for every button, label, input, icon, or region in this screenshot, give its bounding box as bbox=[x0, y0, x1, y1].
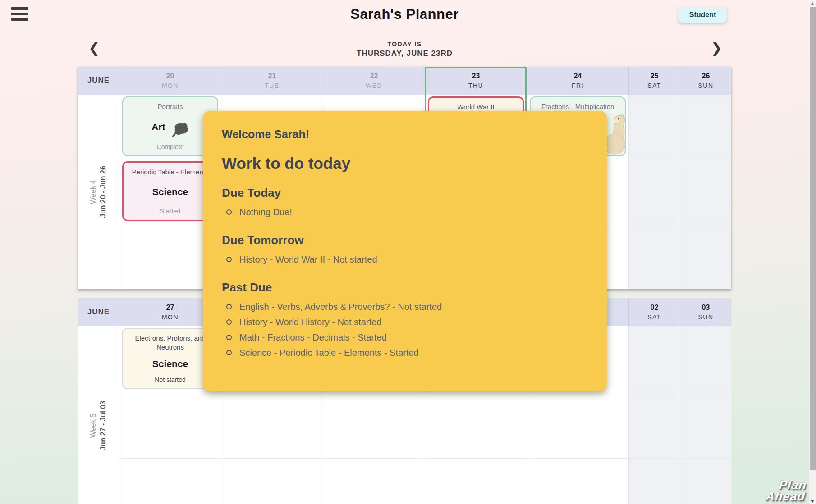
assignment-subject: Science bbox=[152, 359, 188, 369]
modal-section-title: Past Due bbox=[222, 281, 588, 295]
modal-heading: Work to do today bbox=[222, 154, 588, 173]
day-abbreviation: FRI bbox=[572, 82, 584, 89]
plan-ahead-logo: Plan Ahead bbox=[766, 480, 807, 502]
day-number: 27 bbox=[166, 304, 174, 312]
assignment-status: Started bbox=[160, 208, 180, 215]
modal-list-item: History - World War II - Not started bbox=[222, 252, 588, 267]
calendar-cell bbox=[527, 392, 628, 459]
week-label-column: Week 4Jun 20 - Jun 26 bbox=[78, 95, 119, 289]
day-abbreviation: SUN bbox=[698, 82, 713, 89]
today-banner: TODAY IS THURSDAY, JUNE 23RD bbox=[0, 41, 809, 58]
modal-list-item-text: English - Verbs, Adverbs & Proverbs? - N… bbox=[239, 299, 442, 314]
calendar-cell bbox=[221, 392, 323, 459]
calendar-cell bbox=[221, 459, 323, 504]
scrollbar-thumb[interactable] bbox=[810, 7, 816, 470]
calendar-cell bbox=[425, 459, 527, 504]
assignment-status: Complete bbox=[157, 143, 184, 150]
assignment-title: Electrons, Protons, and Neutrons bbox=[125, 334, 215, 351]
day-abbreviation: SAT bbox=[647, 313, 661, 321]
modal-list-item: Science - Periodic Table - Elements - St… bbox=[222, 345, 588, 360]
logo-line2: Ahead bbox=[766, 491, 806, 502]
week-range-label: Week 5Jun 27 - Jul 03 bbox=[88, 400, 108, 450]
calendar-cell bbox=[680, 95, 731, 159]
calendar-cell bbox=[323, 459, 425, 504]
day-abbreviation: SAT bbox=[647, 82, 661, 89]
modal-list-item: Nothing Due! bbox=[222, 204, 588, 220]
week-number-label: Week 5 bbox=[88, 400, 98, 450]
calendar-header-row: JUNE20MON21TUE22WED23THU24FRI25SAT26SUN bbox=[78, 67, 731, 95]
calendar-cell bbox=[629, 392, 680, 459]
modal-section-title: Due Today bbox=[222, 186, 588, 200]
day-number: 20 bbox=[166, 72, 174, 80]
week-label-column: Week 5Jun 27 - Jul 03 bbox=[78, 326, 119, 504]
calendar-cell bbox=[323, 392, 425, 459]
day-number: 25 bbox=[651, 72, 659, 80]
modal-welcome-title: Welcome Sarah! bbox=[222, 128, 588, 141]
modal-list-item: Math - Fractions - Decimals - Started bbox=[222, 330, 588, 345]
day-number: 23 bbox=[472, 72, 480, 80]
day-header-MON: 20MON bbox=[119, 67, 221, 95]
calendar-cell bbox=[680, 224, 731, 289]
day-header-TUE: 21TUE bbox=[221, 67, 323, 95]
month-label: JUNE bbox=[78, 298, 119, 326]
modal-section-title: Due Tomorrow bbox=[222, 233, 588, 247]
week-number-label: Week 4 bbox=[88, 166, 98, 218]
modal-list-item-text: Math - Fractions - Decimals - Started bbox=[239, 330, 387, 345]
calendar-cell bbox=[629, 459, 680, 504]
day-number: 24 bbox=[574, 72, 582, 80]
assignment-subject: Science bbox=[152, 186, 188, 197]
day-number: 21 bbox=[268, 72, 276, 80]
welcome-modal: Welcome Sarah! Work to do today Due Toda… bbox=[203, 111, 607, 391]
day-abbreviation: TUE bbox=[265, 82, 280, 89]
day-number: 02 bbox=[651, 304, 659, 312]
modal-list-item-text: Nothing Due! bbox=[239, 204, 292, 220]
calendar-cell bbox=[629, 224, 680, 289]
day-column bbox=[680, 326, 731, 504]
day-abbreviation: MON bbox=[162, 82, 179, 89]
scroll-up-icon[interactable]: ▲ bbox=[809, 1, 816, 5]
day-header-WED: 22WED bbox=[323, 67, 425, 95]
month-label: JUNE bbox=[78, 67, 119, 95]
bullet-icon bbox=[226, 335, 232, 340]
calendar-cell bbox=[680, 459, 731, 504]
assignment-title: Periodic Table - Elements bbox=[132, 168, 209, 177]
day-header-FRI: 24FRI bbox=[527, 67, 628, 95]
week-dates-label: Jun 20 - Jun 26 bbox=[98, 166, 108, 218]
calendar-cell bbox=[119, 459, 221, 504]
vertical-scrollbar[interactable]: ▲ ▼ bbox=[809, 0, 816, 504]
calendar-cell bbox=[425, 392, 527, 459]
calendar-cell bbox=[629, 159, 680, 224]
student-role-button[interactable]: Student bbox=[678, 7, 727, 23]
calendar-cell bbox=[680, 326, 731, 392]
day-abbreviation: SUN bbox=[698, 313, 713, 321]
calendar-cell bbox=[629, 326, 680, 392]
assignment-title: World War II bbox=[457, 103, 495, 112]
day-header-SAT: 02SAT bbox=[628, 298, 680, 326]
day-column bbox=[628, 326, 680, 504]
scroll-down-icon[interactable]: ▼ bbox=[809, 499, 816, 504]
art-splat-icon bbox=[170, 121, 190, 137]
bullet-icon bbox=[226, 304, 232, 309]
week-range-label: Week 4Jun 20 - Jun 26 bbox=[88, 166, 108, 218]
assignment-title: Portraits bbox=[158, 102, 183, 111]
today-is-label: TODAY IS bbox=[0, 41, 809, 48]
bullet-icon bbox=[226, 257, 232, 262]
day-column bbox=[628, 95, 680, 289]
day-number: 03 bbox=[702, 304, 710, 312]
day-abbreviation: THU bbox=[468, 82, 483, 89]
bullet-icon bbox=[226, 319, 232, 325]
day-abbreviation: MON bbox=[162, 313, 179, 321]
day-header-SAT: 25SAT bbox=[628, 67, 680, 95]
day-header-SUN: 03SUN bbox=[680, 298, 731, 326]
bullet-icon bbox=[226, 350, 232, 355]
bullet-icon bbox=[226, 209, 232, 215]
day-abbreviation: WED bbox=[366, 82, 382, 89]
assignment-subject: Art bbox=[151, 120, 188, 134]
day-column bbox=[680, 95, 731, 289]
modal-list-item: History - World History - Not started bbox=[222, 314, 588, 330]
modal-list-item-text: History - World War II - Not started bbox=[239, 252, 377, 267]
week-dates-label: Jun 27 - Jul 03 bbox=[98, 400, 108, 450]
day-number: 22 bbox=[370, 72, 378, 80]
calendar-cell bbox=[680, 159, 731, 224]
day-header-THU: 23THU bbox=[425, 67, 527, 95]
